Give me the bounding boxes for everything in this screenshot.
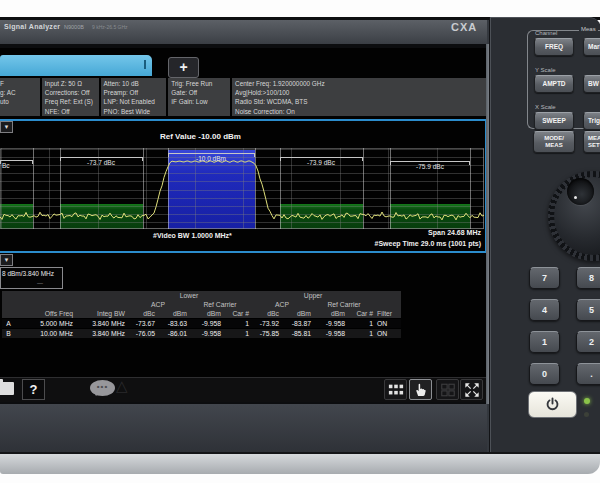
bw-button[interactable]: BW (583, 75, 600, 93)
cxa-logo: CXA (451, 21, 477, 33)
tab-edge-mark (144, 60, 146, 69)
device-model: N9000B (64, 24, 84, 30)
table-column-header: dBc (251, 309, 281, 319)
standby-led (584, 412, 589, 417)
keypad-key-1[interactable]: 1 (529, 331, 560, 353)
acp-offset-row[interactable]: B10.00 MHz3.840 MHz-76.05-86.01-9.9581-7… (2, 329, 401, 339)
keypad-key-7[interactable]: 7 (529, 267, 560, 289)
meas-setup-line2: SETUP (588, 142, 600, 149)
table-cell: 5.000 MHz (15, 319, 75, 329)
table-spacer (375, 300, 401, 309)
settings-line: Corrections: Off (45, 88, 99, 97)
table-column-header: dBm (313, 309, 347, 319)
help-button[interactable]: ? (22, 379, 45, 400)
touch-pointer-button[interactable] (409, 379, 432, 400)
marker-button[interactable]: Marker (583, 38, 600, 56)
screen-right-edge (486, 44, 489, 404)
table-group-header-row: LowerUpper (2, 291, 401, 300)
table-subgroup-header-row: ACPRef CarrierACPRef Carrier (2, 300, 401, 309)
add-tab-button[interactable]: + (168, 57, 199, 78)
settings-line: g: AC (0, 88, 40, 97)
table-cell: -9.958 (313, 329, 347, 339)
table-cell: -73.92 (251, 319, 281, 329)
acp-results-table-container: LowerUpperACPRef CarrierACPRef CarrierOf… (2, 291, 401, 338)
keypad-key-0[interactable]: 0 (529, 363, 560, 385)
power-button[interactable] (528, 391, 577, 418)
acp-table: LowerUpperACPRef CarrierACPRef CarrierOf… (2, 291, 401, 338)
table-spacer (2, 291, 127, 300)
settings-line: Center Freq: 1.920000000 GHz (235, 79, 486, 88)
table-cell: A (2, 319, 15, 329)
table-subgroup-header: ACP (127, 300, 189, 309)
table-subgroup-header: Ref Carrier (189, 300, 251, 309)
settings-column-3[interactable]: Atten: 10 dBPreamp: OffLNP: Not EnabledP… (101, 78, 167, 116)
band-power-label: -73.9 dBc (307, 159, 335, 166)
sweep-button[interactable]: SWEEP (534, 112, 574, 130)
screenshot-root: Signal Analyzer N9000B 9 kHz-26.5 GHz CX… (0, 0, 600, 483)
keypad-key-4[interactable]: 4 (529, 299, 560, 321)
folder-icon[interactable] (0, 382, 14, 395)
bar-window-menu-button[interactable]: ▼ (0, 254, 13, 266)
keypad-key-dot[interactable]: . (576, 363, 600, 385)
spectrum-window-menu-button[interactable]: ▼ (0, 121, 13, 133)
keypad-key-2[interactable]: 2 (576, 331, 600, 353)
acp-offset-row[interactable]: A5.000 MHz3.840 MHz-73.67-83.63-9.9581-7… (2, 319, 401, 329)
settings-line: PNO: Best Wide (104, 107, 167, 116)
table-column-header: Integ BW (75, 309, 127, 319)
span-annotation: Span 24.68 MHz (360, 229, 481, 236)
table-cell: B (2, 329, 15, 339)
table-group-header: Lower (127, 291, 251, 300)
sweep-time-annotation: #Sweep Time 29.0 ms (1001 pts) (310, 240, 481, 247)
mode-meas-line2: MEAS (534, 142, 574, 149)
chat-bubble-icon[interactable]: ••• (90, 380, 115, 396)
table-cell: 1 (347, 329, 375, 339)
meas-group-label: Meas (579, 26, 598, 32)
table-cell: ON (375, 329, 401, 339)
settings-line: Trig: Free Run (171, 79, 230, 88)
mode-meas-button[interactable]: MODE/ MEAS (533, 131, 575, 153)
active-measurement-tab[interactable] (0, 55, 152, 76)
band-power-label: -73.7 dBc (87, 159, 115, 166)
knob-dimple[interactable] (567, 178, 594, 205)
table-cell: -9.958 (189, 319, 223, 329)
settings-column-1[interactable]: Fg: ACuto (0, 78, 40, 116)
window-layout-button[interactable] (384, 379, 407, 400)
table-cell: -9.958 (313, 319, 347, 329)
table-cell: 1 (223, 329, 251, 339)
meas-setup-button[interactable]: MEAS SETUP (583, 131, 600, 153)
split-view-button[interactable] (436, 379, 459, 400)
settings-bar: Fg: ACutoInput Z: 50 ΩCorrections: OffFr… (0, 78, 486, 116)
knob-dimple-highlight (574, 196, 577, 199)
amptd-button[interactable]: AMPTD (534, 75, 574, 93)
table-cell: -75.85 (251, 329, 281, 339)
settings-line: LNP: Not Enabled (104, 97, 167, 106)
table-column-header: Filter (375, 309, 401, 319)
table-column-header: dBm (157, 309, 189, 319)
table-cell: 10.00 MHz (15, 329, 75, 339)
settings-line: Radio Std: WCDMA, BTS (235, 97, 486, 106)
table-column-header: dBm (281, 309, 313, 319)
freq-button[interactable]: FREQ (534, 38, 574, 56)
settings-column-2[interactable]: Input Z: 50 ΩCorrections: OffFreq Ref: E… (42, 78, 99, 116)
table-column-header: Car # (347, 309, 375, 319)
fullscreen-button[interactable] (460, 379, 483, 400)
x-scale-group-label: X Scale (535, 104, 556, 110)
trigger-button[interactable]: Trigger (583, 112, 600, 130)
spectrum-plot[interactable]: Bc-73.7 dBc-10.0 dBm-73.9 dBc-75.9 dBc (0, 148, 484, 229)
bar-marker: — (37, 280, 43, 286)
settings-column-4[interactable]: Trig: Free RunGate: OffIF Gain: Low (168, 78, 230, 116)
layout-grid-icon (387, 382, 405, 398)
settings-column-5[interactable]: Center Freq: 1.920000000 GHzAvg|Hold:>10… (232, 78, 486, 116)
window-grid-icon (439, 382, 457, 398)
keypad-key-8[interactable]: 8 (576, 267, 600, 289)
power-led-green (584, 398, 590, 404)
power-icon (545, 397, 560, 412)
table-subgroup-header: ACP (251, 300, 313, 309)
carrier-power-readout: 8 dBm/3.840 MHz — (0, 267, 63, 289)
settings-line: IF Gain: Low (171, 97, 230, 106)
band-power-label: Bc (2, 162, 10, 169)
keypad-key-5[interactable]: 5 (576, 299, 600, 321)
settings-line: NFE: Off (45, 107, 99, 116)
settings-line: Atten: 10 dB (104, 79, 167, 88)
expand-arrows-icon (463, 382, 481, 398)
